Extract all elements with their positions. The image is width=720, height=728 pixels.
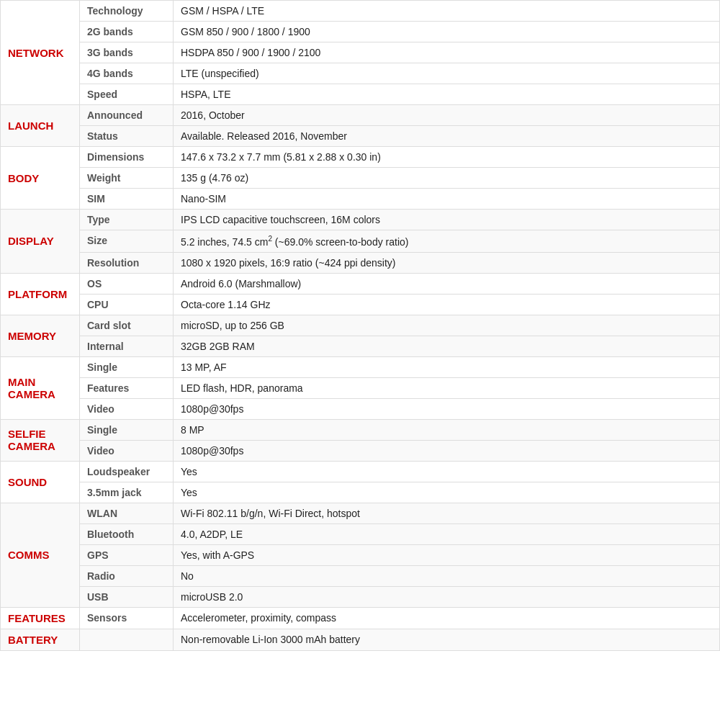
field-value: Octa-core 1.14 GHz: [174, 294, 720, 315]
field-label: 3G bands: [80, 42, 174, 63]
field-label: Card slot: [80, 315, 174, 336]
table-row: Size5.2 inches, 74.5 cm2 (~69.0% screen-…: [1, 230, 720, 253]
field-value: Nano-SIM: [174, 189, 720, 210]
table-row: 4G bandsLTE (unspecified): [1, 63, 720, 84]
field-label: Status: [80, 126, 174, 147]
section-label-network: NETWORK: [1, 1, 80, 105]
table-row: Resolution1080 x 1920 pixels, 16:9 ratio…: [1, 252, 720, 273]
field-value: 1080p@30fps: [174, 440, 720, 461]
field-label: Dimensions: [80, 147, 174, 168]
field-label: 2G bands: [80, 22, 174, 42]
field-label: Internal: [80, 336, 174, 356]
table-row: BATTERYNon-removable Li-Ion 3000 mAh bat…: [1, 629, 720, 650]
field-label: Radio: [80, 565, 174, 586]
field-label: Speed: [80, 84, 174, 105]
table-row: 2G bandsGSM 850 / 900 / 1800 / 1900: [1, 22, 720, 42]
field-label: CPU: [80, 294, 174, 315]
table-row: CPUOcta-core 1.14 GHz: [1, 294, 720, 315]
field-value: 1080 x 1920 pixels, 16:9 ratio (~424 ppi…: [174, 252, 720, 273]
field-label: Single: [80, 356, 174, 377]
field-value: Non-removable Li-Ion 3000 mAh battery: [174, 629, 720, 650]
table-row: SOUNDLoudspeakerYes: [1, 461, 720, 482]
section-label-main-camera: MAIN CAMERA: [1, 356, 80, 419]
field-value: 4.0, A2DP, LE: [174, 523, 720, 544]
field-value: Wi-Fi 802.11 b/g/n, Wi-Fi Direct, hotspo…: [174, 503, 720, 523]
table-row: USBmicroUSB 2.0: [1, 586, 720, 607]
table-row: Internal32GB 2GB RAM: [1, 336, 720, 356]
field-label: WLAN: [80, 503, 174, 523]
field-value: 8 MP: [174, 419, 720, 440]
section-label-display: DISPLAY: [1, 210, 80, 274]
field-value: No: [174, 565, 720, 586]
field-value: 1080p@30fps: [174, 398, 720, 419]
field-value: microSD, up to 256 GB: [174, 315, 720, 336]
field-label: Video: [80, 440, 174, 461]
field-label: Single: [80, 419, 174, 440]
table-row: LAUNCHAnnounced2016, October: [1, 105, 720, 126]
spec-table: NETWORKTechnologyGSM / HSPA / LTE2G band…: [0, 0, 720, 651]
table-row: Video1080p@30fps: [1, 398, 720, 419]
section-label-launch: LAUNCH: [1, 105, 80, 147]
table-row: StatusAvailable. Released 2016, November: [1, 126, 720, 147]
section-label-features: FEATURES: [1, 607, 80, 629]
section-label-body: BODY: [1, 147, 80, 210]
field-label: Sensors: [80, 607, 174, 629]
table-row: GPSYes, with A-GPS: [1, 544, 720, 565]
field-label: Features: [80, 377, 174, 398]
section-label-selfie-camera: SELFIE CAMERA: [1, 419, 80, 461]
table-row: SIMNano-SIM: [1, 189, 720, 210]
field-value: 147.6 x 73.2 x 7.7 mm (5.81 x 2.88 x 0.3…: [174, 147, 720, 168]
field-label: Bluetooth: [80, 523, 174, 544]
field-value: 32GB 2GB RAM: [174, 336, 720, 356]
field-value: GSM 850 / 900 / 1800 / 1900: [174, 22, 720, 42]
field-label: Resolution: [80, 252, 174, 273]
table-row: SpeedHSPA, LTE: [1, 84, 720, 105]
field-label: GPS: [80, 544, 174, 565]
field-label: 4G bands: [80, 63, 174, 84]
field-value: Accelerometer, proximity, compass: [174, 607, 720, 629]
field-label: 3.5mm jack: [80, 482, 174, 503]
field-label: Technology: [80, 1, 174, 22]
table-row: DISPLAYTypeIPS LCD capacitive touchscree…: [1, 210, 720, 230]
table-row: COMMSWLANWi-Fi 802.11 b/g/n, Wi-Fi Direc…: [1, 503, 720, 523]
field-value: Available. Released 2016, November: [174, 126, 720, 147]
field-label: Loudspeaker: [80, 461, 174, 482]
field-label: USB: [80, 586, 174, 607]
table-row: FeaturesLED flash, HDR, panorama: [1, 377, 720, 398]
field-label: Type: [80, 210, 174, 230]
field-value: 5.2 inches, 74.5 cm2 (~69.0% screen-to-b…: [174, 230, 720, 253]
field-value: Android 6.0 (Marshmallow): [174, 273, 720, 294]
field-label: [80, 629, 174, 650]
section-label-memory: MEMORY: [1, 315, 80, 356]
field-value: HSDPA 850 / 900 / 1900 / 2100: [174, 42, 720, 63]
field-label: Size: [80, 230, 174, 253]
field-value: HSPA, LTE: [174, 84, 720, 105]
section-label-platform: PLATFORM: [1, 273, 80, 315]
table-row: Video1080p@30fps: [1, 440, 720, 461]
field-label: SIM: [80, 189, 174, 210]
field-value: Yes: [174, 482, 720, 503]
table-row: SELFIE CAMERASingle8 MP: [1, 419, 720, 440]
table-row: NETWORKTechnologyGSM / HSPA / LTE: [1, 1, 720, 22]
field-label: OS: [80, 273, 174, 294]
table-row: MEMORYCard slotmicroSD, up to 256 GB: [1, 315, 720, 336]
field-value: LED flash, HDR, panorama: [174, 377, 720, 398]
field-value: 13 MP, AF: [174, 356, 720, 377]
field-value: Yes, with A-GPS: [174, 544, 720, 565]
field-value: Yes: [174, 461, 720, 482]
field-value: LTE (unspecified): [174, 63, 720, 84]
table-row: Bluetooth4.0, A2DP, LE: [1, 523, 720, 544]
field-value: 135 g (4.76 oz): [174, 168, 720, 189]
table-row: BODYDimensions147.6 x 73.2 x 7.7 mm (5.8…: [1, 147, 720, 168]
table-row: 3G bandsHSDPA 850 / 900 / 1900 / 2100: [1, 42, 720, 63]
table-row: RadioNo: [1, 565, 720, 586]
section-label-comms: COMMS: [1, 503, 80, 607]
field-label: Video: [80, 398, 174, 419]
field-value: microUSB 2.0: [174, 586, 720, 607]
field-label: Announced: [80, 105, 174, 126]
table-row: PLATFORMOSAndroid 6.0 (Marshmallow): [1, 273, 720, 294]
table-row: FEATURESSensorsAccelerometer, proximity,…: [1, 607, 720, 629]
field-value: GSM / HSPA / LTE: [174, 1, 720, 22]
section-label-battery: BATTERY: [1, 629, 80, 650]
field-label: Weight: [80, 168, 174, 189]
